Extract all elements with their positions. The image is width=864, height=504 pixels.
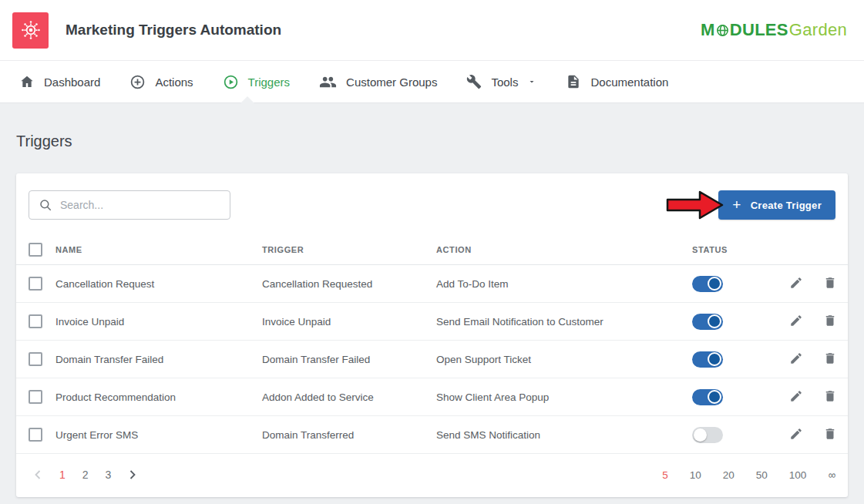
page-title: Triggers [16, 133, 848, 150]
row-checkbox[interactable] [29, 352, 42, 366]
row-checkbox[interactable] [29, 314, 42, 328]
column-header-row-actions [757, 235, 848, 265]
per-page-option[interactable]: ∞ [828, 469, 835, 481]
active-tab-notch [240, 96, 254, 103]
column-header-action: ACTION [424, 235, 680, 265]
table-row: Urgent Error SMS Domain Transferred Send… [16, 416, 848, 454]
row-trigger: Cancellation Requested [250, 265, 424, 303]
modulesgarden-logo: M DULES Garden [701, 20, 852, 40]
nav-label-actions: Actions [155, 76, 193, 89]
create-trigger-label: Create Trigger [751, 200, 822, 211]
toggle-knob [694, 428, 707, 442]
app-header: Marketing Triggers Automation M DULES Ga… [0, 0, 864, 60]
trigger-table-body: Cancellation Request Cancellation Reques… [16, 265, 848, 454]
nav-item-actions[interactable]: Actions [129, 74, 193, 90]
row-action: Send SMS Notification [424, 416, 680, 454]
status-toggle[interactable] [692, 427, 723, 443]
select-all-checkbox[interactable] [29, 243, 42, 257]
row-action: Show Client Area Popup [424, 378, 680, 416]
wrench-icon [466, 74, 482, 89]
toggle-knob [708, 277, 721, 291]
column-header-name: NAME [43, 235, 250, 265]
nav-item-dashboard[interactable]: Dashboard [19, 74, 100, 89]
main-nav: Dashboard Actions Triggers Customer Grou… [0, 60, 864, 103]
table-row: Invoice Unpaid Invoice Unpaid Send Email… [16, 303, 848, 341]
brand-modules-prefix: M [701, 20, 715, 40]
nav-label-documentation: Documentation [590, 76, 668, 89]
per-page-option[interactable]: 20 [723, 469, 735, 481]
chevron-left-icon[interactable] [29, 467, 47, 482]
edit-icon[interactable] [789, 389, 803, 403]
app-logo [12, 12, 49, 49]
column-header-trigger: TRIGGER [250, 235, 424, 265]
plus-circle-icon [129, 74, 146, 90]
plus-icon: + [732, 197, 741, 212]
row-trigger: Invoice Unpaid [250, 303, 424, 341]
pagination: 123 5102050100∞ [16, 454, 848, 497]
brand-garden: Garden [789, 20, 847, 40]
nav-item-tools[interactable]: Tools [466, 74, 536, 89]
search-input[interactable] [60, 199, 220, 211]
status-toggle[interactable] [692, 314, 723, 330]
row-checkbox[interactable] [29, 428, 42, 442]
status-toggle[interactable] [692, 276, 723, 292]
edit-icon[interactable] [789, 427, 803, 441]
per-page-option[interactable]: 100 [789, 469, 807, 481]
row-trigger: Domain Transferred [250, 416, 424, 454]
content-area: Triggers + Create Trigger [0, 133, 864, 497]
card-toolbar: + Create Trigger [16, 173, 848, 235]
per-page-option[interactable]: 5 [662, 469, 668, 481]
chevron-right-icon[interactable] [123, 467, 142, 482]
row-checkbox[interactable] [29, 277, 42, 291]
toggle-knob [708, 390, 721, 404]
status-toggle[interactable] [692, 351, 723, 368]
edit-icon[interactable] [789, 351, 803, 365]
per-page-option[interactable]: 10 [690, 469, 701, 481]
row-checkbox[interactable] [29, 390, 42, 404]
row-action: Send Email Notification to Customer [424, 303, 680, 341]
row-name: Cancellation Request [43, 265, 250, 303]
globe-icon [716, 24, 729, 37]
document-icon [566, 74, 581, 89]
triggers-table: NAME TRIGGER ACTION STATUS Cancellation … [16, 235, 848, 454]
create-trigger-button[interactable]: + Create Trigger [718, 190, 835, 220]
edit-icon[interactable] [789, 276, 803, 290]
delete-icon[interactable] [823, 314, 837, 328]
pagination-pages: 123 [55, 469, 116, 481]
nav-item-triggers[interactable]: Triggers [223, 74, 290, 90]
search-box [29, 190, 230, 220]
row-action: Open Support Ticket [424, 341, 680, 378]
brand-modules-suffix: DULES [730, 20, 788, 40]
chevron-down-icon [527, 77, 536, 86]
edit-icon[interactable] [789, 314, 803, 328]
delete-icon[interactable] [823, 389, 837, 403]
people-icon [319, 73, 337, 91]
home-icon [19, 74, 35, 89]
nav-label-customer-groups: Customer Groups [346, 76, 437, 89]
page-number[interactable]: 3 [101, 469, 116, 481]
delete-icon[interactable] [823, 351, 837, 365]
row-trigger: Domain Transfer Failed [250, 341, 424, 378]
delete-icon[interactable] [823, 276, 837, 290]
per-page-options: 5102050100∞ [662, 469, 835, 481]
delete-icon[interactable] [823, 427, 837, 441]
nav-item-documentation[interactable]: Documentation [566, 74, 668, 89]
page-number[interactable]: 2 [78, 469, 93, 481]
page-number[interactable]: 1 [55, 469, 70, 481]
status-toggle[interactable] [692, 389, 723, 405]
nav-item-customer-groups[interactable]: Customer Groups [319, 73, 437, 91]
row-name: Product Recommendation [43, 378, 250, 416]
row-trigger: Addon Added to Service [250, 378, 424, 416]
toggle-knob [708, 314, 721, 328]
page-header-title: Marketing Triggers Automation [66, 22, 281, 39]
toggle-knob [708, 352, 721, 366]
nav-label-dashboard: Dashboard [44, 76, 100, 89]
play-circle-icon [223, 74, 239, 90]
per-page-option[interactable]: 50 [756, 469, 768, 481]
table-row: Cancellation Request Cancellation Reques… [16, 265, 848, 303]
burst-icon [20, 19, 42, 41]
column-header-status: STATUS [680, 235, 757, 265]
row-name: Invoice Unpaid [43, 303, 250, 341]
table-header-row: NAME TRIGGER ACTION STATUS [16, 235, 848, 265]
toolbar-right: + Create Trigger [666, 189, 835, 221]
